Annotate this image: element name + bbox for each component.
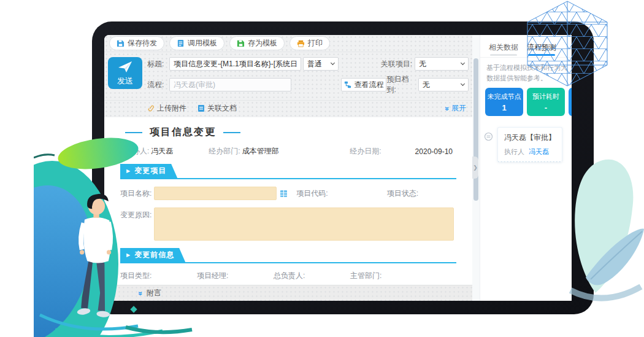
load-template-button[interactable]: 调用模板 xyxy=(169,36,224,50)
section-before-info: ▶ 变更前信息 项目类型: 项目经理: 总负责人: 主管部门: 团队成员: xyxy=(120,248,456,285)
template-load-icon xyxy=(177,39,185,47)
tab-underline xyxy=(528,54,555,56)
related-project-label: 关联项目: xyxy=(381,59,412,69)
paper-plane-icon xyxy=(117,60,133,74)
tab-related-data[interactable]: 相关数据 xyxy=(489,42,518,57)
prediction-cards: 未完成节点 1 预计耗时 - xyxy=(480,88,572,116)
project-type-label: 项目类型: xyxy=(120,271,151,281)
expand-toggle[interactable]: » 展开 xyxy=(445,103,466,114)
document-link-icon xyxy=(197,104,205,112)
form-body: 项目信息变更 经办人: 冯天磊 经办部门: 成本管理部 经办日期: 2020-0… xyxy=(104,117,472,285)
card-estimated-time[interactable]: 预计耗时 - xyxy=(527,88,565,116)
card-title: 未完成节点 xyxy=(485,92,523,101)
project-manager-label: 项目经理: xyxy=(197,271,228,281)
floppy-save-icon xyxy=(117,39,125,47)
section-tab[interactable]: ▶ 变更项目 xyxy=(120,164,177,178)
printer-icon xyxy=(297,39,305,47)
panel-collapse-handle[interactable]: ❯ xyxy=(472,157,478,179)
handler-value: 冯天磊 xyxy=(151,146,173,157)
charge-department-label: 主管部门: xyxy=(350,271,381,281)
chevron-right-icon: ❯ xyxy=(473,165,478,171)
sidebar-tabs: 相关数据 流程预测 xyxy=(480,35,572,58)
pre-archive-value: 无 xyxy=(423,80,430,90)
date-value: 2020-09-10 xyxy=(415,147,453,156)
section-change-project: ▶ 变更项目 项目名称: 项目代码: 项目状态: 变更原因: xyxy=(120,164,456,241)
section-arrow-icon: ▶ xyxy=(126,253,131,258)
tab-label: 相关数据 xyxy=(489,43,518,52)
view-flow-label: 查看流程 xyxy=(354,80,383,90)
card-unfinished-nodes[interactable]: 未完成节点 1 xyxy=(485,88,523,116)
change-reason-textarea[interactable] xyxy=(154,207,454,241)
chevron-down-icon xyxy=(461,61,465,65)
toolbar: 保存待发 调用模板 存为模板 打印 xyxy=(104,35,472,52)
timeline-node-title: 冯天磊【审批】 xyxy=(504,133,556,143)
chevron-down-icon xyxy=(331,61,335,65)
card-clipped[interactable] xyxy=(569,88,572,116)
composer-header: 发送 标题: 普通 关联项目: 无 流程: xyxy=(104,52,472,101)
view-flow-button[interactable]: 查看流程 xyxy=(341,78,386,91)
vertical-scrollbar[interactable]: ❯ xyxy=(472,35,480,301)
handler-label: 经办人: xyxy=(125,146,149,157)
tab-flow-prediction[interactable]: 流程预测 xyxy=(527,42,556,57)
main-column: 保存待发 调用模板 存为模板 打印 发送 xyxy=(104,35,472,301)
scrollbar-thumb[interactable] xyxy=(473,58,478,201)
timeline-node[interactable]: 冯天磊【审批】 执行人 冯天磊 xyxy=(497,127,562,162)
project-name-row: 项目名称: 项目代码: 项目状态: xyxy=(120,187,456,200)
title-dash-left xyxy=(125,132,142,133)
chevron-down-icon xyxy=(461,82,465,86)
attachments-row: 上传附件 关联文档 » 展开 xyxy=(104,101,472,117)
send-button[interactable]: 发送 xyxy=(108,57,142,89)
section-arrow-icon: ▶ xyxy=(126,169,131,174)
print-button[interactable]: 打印 xyxy=(289,36,330,50)
pre-archive-select[interactable]: 无 xyxy=(418,78,469,91)
save-draft-button[interactable]: 保存待发 xyxy=(109,36,164,50)
section-header: ▶ 变更前信息 xyxy=(120,248,456,263)
print-label: 打印 xyxy=(308,38,323,48)
save-template-label: 存为模板 xyxy=(248,38,277,48)
before-fields-row: 项目类型: 项目经理: 总负责人: 主管部门: xyxy=(120,271,456,281)
upload-attachment-button[interactable]: 上传附件 xyxy=(147,103,186,114)
department-value: 成本管理部 xyxy=(242,146,279,157)
scene: 保存待发 调用模板 存为模板 打印 发送 xyxy=(0,0,644,337)
tab-label: 流程预测 xyxy=(527,43,556,52)
section-tab[interactable]: ▶ 变更前信息 xyxy=(120,248,185,262)
grid-picker-icon[interactable] xyxy=(280,190,288,198)
section-header: ▶ 变更项目 xyxy=(120,164,456,179)
pre-archive-label: 预归档到: xyxy=(386,74,415,95)
section-title: 变更项目 xyxy=(134,166,166,176)
change-reason-label: 变更原因: xyxy=(120,210,151,220)
prediction-description: 基于流程模拟技术和行为大数据提供智能参考。 xyxy=(480,58,572,88)
prediction-timeline: 冯天磊【审批】 执行人 冯天磊 xyxy=(484,127,572,162)
change-reason-row: 变更原因: xyxy=(120,207,456,241)
tab-underline xyxy=(490,54,517,56)
send-label: 发送 xyxy=(117,76,133,87)
date-label: 经办日期: xyxy=(350,146,381,157)
double-chevron-down-icon: » xyxy=(137,291,144,295)
executor-link[interactable]: 冯天磊 xyxy=(529,148,549,155)
load-template-label: 调用模板 xyxy=(188,38,217,48)
flow-input[interactable] xyxy=(169,78,291,91)
app-panel: 保存待发 调用模板 存为模板 打印 发送 xyxy=(104,35,572,301)
title-input[interactable] xyxy=(169,57,301,71)
project-name-label: 项目名称: xyxy=(120,188,151,199)
title-row: 标题: 普通 关联项目: 无 xyxy=(147,57,469,71)
project-code-label: 项目代码: xyxy=(296,188,328,199)
priority-select[interactable]: 普通 xyxy=(303,57,339,71)
general-leader-label: 总负责人: xyxy=(274,271,305,281)
related-project-select[interactable]: 无 xyxy=(415,57,469,71)
expand-label: 展开 xyxy=(451,103,466,114)
double-chevron-down-icon: » xyxy=(444,106,451,110)
priority-value: 普通 xyxy=(307,59,322,69)
flowchart-icon xyxy=(344,81,351,88)
paperclip-icon xyxy=(147,104,155,112)
project-name-input[interactable] xyxy=(154,187,277,200)
link-document-label: 关联文档 xyxy=(207,103,237,114)
sidebar: 相关数据 流程预测 基于流程模拟技术和行为大数据提供智能参考。 未完成节点 1 … xyxy=(480,35,572,301)
postscript-bar[interactable]: » 附言 xyxy=(104,285,472,301)
title-dash-right xyxy=(223,132,240,133)
save-template-button[interactable]: 存为模板 xyxy=(229,36,285,50)
link-document-button[interactable]: 关联文档 xyxy=(197,103,237,114)
meta-row: 经办人: 冯天磊 经办部门: 成本管理部 经办日期: 2020-09-10 xyxy=(125,146,453,157)
card-title: 预计耗时 xyxy=(527,92,565,101)
related-project-value: 无 xyxy=(419,59,426,69)
